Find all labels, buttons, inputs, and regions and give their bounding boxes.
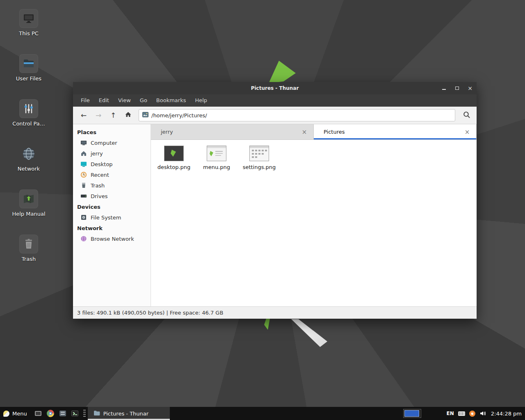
- menu-help[interactable]: Help: [190, 94, 212, 107]
- taskbar-task-thunar[interactable]: Pictures - Thunar: [88, 407, 170, 420]
- computer-icon: [19, 9, 38, 28]
- file-settings-png[interactable]: settings.png: [239, 146, 280, 170]
- keyboard-layout-indicator[interactable]: EN: [447, 411, 454, 416]
- file-thumbnail: [164, 146, 184, 161]
- tab-pictures[interactable]: Pictures ×: [314, 124, 477, 139]
- path-bar[interactable]: /home/jerry/Pictures/: [139, 109, 455, 121]
- menu-go[interactable]: Go: [135, 94, 152, 107]
- file-manager-launcher[interactable]: [57, 407, 69, 420]
- forward-icon: →: [96, 111, 101, 119]
- menu-button[interactable]: Menu: [0, 407, 32, 420]
- terminal-icon: [71, 411, 78, 416]
- desktop-icon-label: User Files: [16, 75, 41, 82]
- sidebar-item-label: Desktop: [91, 161, 113, 167]
- sidebar-item-label: Computer: [91, 140, 117, 146]
- file-menu-png[interactable]: menu.png: [196, 146, 237, 170]
- menu-file[interactable]: File: [76, 94, 94, 107]
- file-name: menu.png: [203, 164, 230, 170]
- drive-icon: [80, 193, 87, 199]
- volume-icon[interactable]: [479, 410, 486, 417]
- file-name: settings.png: [243, 164, 276, 170]
- minimize-button[interactable]: [437, 82, 450, 94]
- window-title: Pictures - Thunar: [73, 85, 477, 91]
- browser-launcher[interactable]: [44, 407, 57, 420]
- show-desktop-button[interactable]: [32, 407, 44, 420]
- home-button[interactable]: [121, 108, 135, 122]
- network-globe-icon: [80, 235, 87, 242]
- sidebar-item-recent[interactable]: Recent: [73, 169, 151, 180]
- sidebar-item-label: Trash: [91, 183, 105, 189]
- wallpaper-green-accent: [269, 61, 296, 83]
- system-tray: EN 2:44:28 pm: [403, 407, 525, 420]
- tab-close-icon[interactable]: ×: [463, 128, 471, 136]
- sidebar-item-trash[interactable]: Trash: [73, 180, 151, 191]
- file-desktop-png[interactable]: desktop.png: [153, 146, 194, 170]
- clock[interactable]: 2:44:28 pm: [491, 411, 522, 417]
- status-text: 3 files: 490.1 kB (490,050 bytes) | Free…: [77, 310, 223, 316]
- home-icon: [80, 150, 87, 157]
- file-view[interactable]: desktop.png menu.png settings.png: [151, 140, 477, 306]
- window-content: Places Computer jerry Desktop Recent Tra…: [73, 124, 477, 306]
- taskbar-separator: [83, 410, 86, 417]
- sidebar-item-browse-network[interactable]: Browse Network: [73, 233, 151, 244]
- search-button[interactable]: [459, 108, 473, 122]
- main-pane: jerry × Pictures × desktop.png: [151, 124, 477, 306]
- tab-label: jerry: [161, 129, 173, 135]
- sidebar-item-label: jerry: [91, 151, 103, 157]
- sidebar-header-network: Network: [73, 223, 151, 233]
- desktop-icon-user-files[interactable]: User Files: [8, 54, 49, 99]
- sidebar-item-label: Browse Network: [91, 236, 134, 242]
- sidebar-item-file-system[interactable]: File System: [73, 212, 151, 223]
- path-text: /home/jerry/Pictures/: [151, 112, 207, 119]
- tab-label: Pictures: [324, 129, 345, 135]
- home-icon: [125, 111, 132, 119]
- sidebar-item-drives[interactable]: Drives: [73, 191, 151, 201]
- workspace-pager[interactable]: [403, 409, 421, 418]
- sidebar: Places Computer jerry Desktop Recent Tra…: [73, 124, 151, 306]
- tab-close-icon[interactable]: ×: [300, 128, 308, 136]
- menu-bookmarks[interactable]: Bookmarks: [152, 94, 191, 107]
- desktop-icon-this-pc[interactable]: This PC: [8, 9, 49, 54]
- maximize-icon: [455, 87, 459, 90]
- file-thumbnail: [207, 146, 226, 161]
- desktop-icons: This PC User Files Control Pa… Network H…: [8, 9, 49, 280]
- titlebar[interactable]: Pictures - Thunar ×: [73, 82, 477, 94]
- desktop-icon-control-panel[interactable]: Control Pa…: [8, 99, 49, 144]
- file-thumbnail: [249, 146, 269, 161]
- sidebar-item-computer[interactable]: Computer: [73, 137, 151, 148]
- network-globe-icon: [19, 144, 38, 163]
- taskbar: Menu Pictures - Thunar EN 2:44:28 pm: [0, 407, 525, 420]
- location-icon: [142, 112, 148, 119]
- status-bar: 3 files: 490.1 kB (490,050 bytes) | Free…: [73, 306, 477, 319]
- desktop-icon-network[interactable]: Network: [8, 144, 49, 189]
- sidebar-item-label: Recent: [91, 172, 109, 178]
- menu-view[interactable]: View: [114, 94, 135, 107]
- menu-edit[interactable]: Edit: [94, 94, 114, 107]
- maximize-button[interactable]: [450, 82, 463, 94]
- terminal-launcher[interactable]: [69, 407, 81, 420]
- desktop-icon-label: This PC: [19, 30, 39, 37]
- screen-icon: [35, 411, 41, 416]
- map-icon: [19, 189, 38, 208]
- sidebar-item-home[interactable]: jerry: [73, 148, 151, 159]
- close-button[interactable]: ×: [463, 82, 477, 94]
- file-manager-icon: [59, 411, 66, 416]
- notification-icon[interactable]: [469, 411, 475, 417]
- wallpaper-white-streak: [291, 319, 327, 347]
- tab-bar: jerry × Pictures ×: [151, 124, 477, 140]
- sidebar-item-label: Drives: [91, 193, 107, 199]
- keyboard-icon[interactable]: [458, 411, 465, 416]
- desktop-icon-trash[interactable]: Trash: [8, 235, 49, 280]
- file-name: desktop.png: [158, 164, 191, 170]
- desktop-icon-help-manual[interactable]: Help Manual: [8, 189, 49, 235]
- up-button[interactable]: ↑: [106, 108, 121, 122]
- sidebar-item-desktop[interactable]: Desktop: [73, 159, 151, 169]
- up-icon: ↑: [110, 111, 116, 119]
- pager-window: [404, 410, 419, 417]
- toolbar: ← → ↑ /home/jerry/Pictures/: [73, 107, 477, 124]
- tab-jerry[interactable]: jerry ×: [151, 124, 314, 139]
- forward-button[interactable]: →: [91, 108, 106, 122]
- task-label: Pictures - Thunar: [103, 411, 148, 417]
- trash-icon: [19, 235, 38, 253]
- back-button[interactable]: ←: [76, 108, 91, 122]
